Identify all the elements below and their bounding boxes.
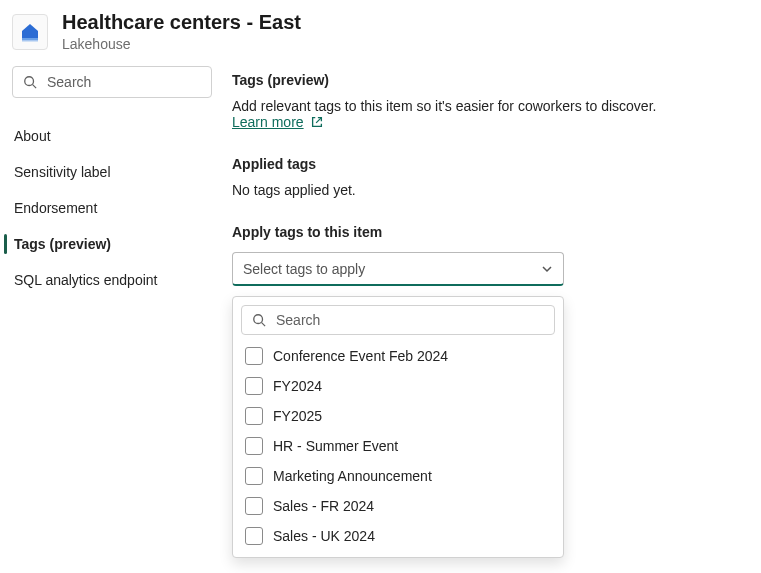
checkbox-icon[interactable] [245, 497, 263, 515]
tag-option[interactable]: Conference Event Feb 2024 [241, 341, 555, 371]
applied-tags-empty: No tags applied yet. [232, 182, 749, 198]
sidebar-item-endorsement[interactable]: Endorsement [12, 190, 212, 226]
search-icon [23, 75, 37, 89]
sidebar-search[interactable] [12, 66, 212, 98]
external-link-icon [310, 115, 324, 129]
svg-rect-0 [22, 38, 38, 40]
checkbox-icon[interactable] [245, 377, 263, 395]
tag-option[interactable]: FY2024 [241, 371, 555, 401]
svg-point-2 [25, 77, 34, 86]
tag-option[interactable]: Sales - UK 2024 [241, 521, 555, 551]
checkbox-icon[interactable] [245, 437, 263, 455]
header: Healthcare centers - East Lakehouse [0, 0, 761, 66]
tag-option[interactable]: HR - Summer Event [241, 431, 555, 461]
sidebar-item-sensitivity-label[interactable]: Sensitivity label [12, 154, 212, 190]
svg-line-5 [262, 323, 266, 327]
sidebar-item-sql-analytics-endpoint[interactable]: SQL analytics endpoint [12, 262, 212, 298]
tag-option-label: Conference Event Feb 2024 [273, 348, 448, 364]
tag-option-label: FY2024 [273, 378, 322, 394]
search-icon [252, 313, 266, 327]
applied-tags-heading: Applied tags [232, 156, 749, 172]
apply-tags-heading: Apply tags to this item [232, 224, 749, 240]
tag-option-label: Sales - FR 2024 [273, 498, 374, 514]
learn-more-link[interactable]: Learn more [232, 114, 324, 130]
chevron-down-icon [541, 263, 553, 275]
svg-point-4 [254, 315, 263, 324]
tags-dropdown-search[interactable] [241, 305, 555, 335]
tags-combobox[interactable]: Select tags to apply [232, 252, 564, 286]
tags-dropdown: Conference Event Feb 2024 FY2024 FY2025 … [232, 296, 564, 558]
lakehouse-icon [12, 14, 48, 50]
tag-option[interactable]: Sales - FR 2024 [241, 491, 555, 521]
header-text: Healthcare centers - East Lakehouse [62, 10, 301, 52]
checkbox-icon[interactable] [245, 347, 263, 365]
learn-more-label: Learn more [232, 114, 304, 130]
tags-combobox-placeholder: Select tags to apply [243, 261, 365, 277]
tag-option-label: HR - Summer Event [273, 438, 398, 454]
tags-description: Add relevant tags to this item so it's e… [232, 98, 656, 114]
sidebar: About Sensitivity label Endorsement Tags… [12, 66, 212, 298]
tag-option-label: Marketing Announcement [273, 468, 432, 484]
tag-option-label: Sales - UK 2024 [273, 528, 375, 544]
sidebar-item-tags-preview[interactable]: Tags (preview) [12, 226, 212, 262]
svg-line-3 [33, 85, 37, 89]
tags-description-row: Add relevant tags to this item so it's e… [232, 98, 749, 130]
tags-dropdown-search-input[interactable] [274, 311, 544, 329]
checkbox-icon[interactable] [245, 527, 263, 545]
tag-option-label: FY2025 [273, 408, 322, 424]
checkbox-icon[interactable] [245, 467, 263, 485]
sidebar-search-input[interactable] [45, 73, 201, 91]
sidebar-item-about[interactable]: About [12, 118, 212, 154]
tags-heading: Tags (preview) [232, 72, 749, 88]
tag-option[interactable]: FY2025 [241, 401, 555, 431]
page-subtitle: Lakehouse [62, 36, 301, 52]
checkbox-icon[interactable] [245, 407, 263, 425]
svg-rect-1 [22, 40, 38, 42]
tag-option[interactable]: Marketing Announcement [241, 461, 555, 491]
page-title: Healthcare centers - East [62, 10, 301, 34]
main-content: Tags (preview) Add relevant tags to this… [232, 66, 749, 558]
